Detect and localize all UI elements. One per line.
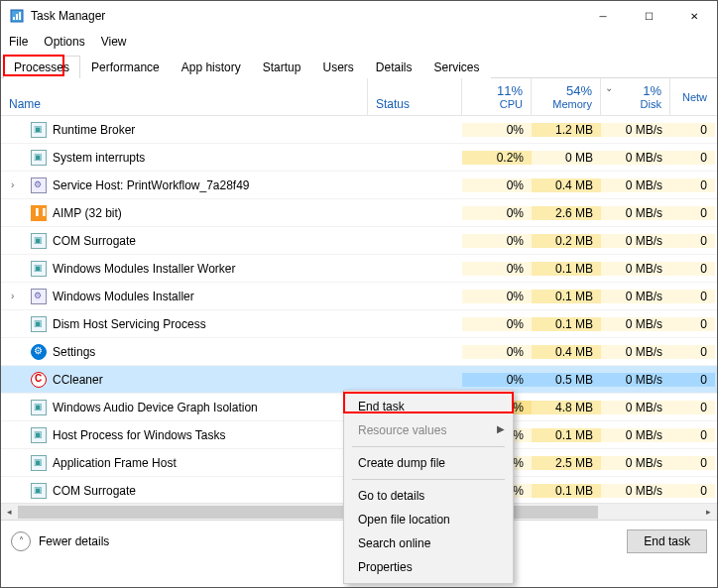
scroll-left-icon[interactable]: ◂ (1, 504, 18, 521)
process-icon (31, 427, 47, 443)
col-memory[interactable]: 54%Memory (532, 78, 601, 115)
process-icon (31, 372, 47, 388)
column-headers: Name Status 11%CPU 54%Memory ⌄1%Disk Net… (1, 78, 717, 116)
cell-cpu: 0% (462, 317, 532, 331)
cell-disk: 0 MB/s (601, 234, 670, 248)
cell-network: 0 (670, 262, 715, 276)
cell-cpu: 0% (462, 178, 532, 192)
tab-performance[interactable]: Performance (80, 56, 171, 78)
process-name: Dism Host Servicing Process (53, 317, 206, 331)
cell-disk: 0 MB/s (601, 290, 670, 303)
ctx-go-details[interactable]: Go to details (344, 484, 513, 508)
col-cpu[interactable]: 11%CPU (462, 78, 532, 115)
cell-network: 0 (670, 456, 715, 470)
table-row[interactable]: System interrupts0.2%0 MB0 MB/s0 (1, 144, 717, 172)
process-icon (31, 122, 47, 138)
process-name: Windows Audio Device Graph Isolation (53, 401, 258, 414)
cell-cpu: 0% (462, 373, 532, 387)
table-row[interactable]: COM Surrogate0%0.2 MB0 MB/s0 (1, 227, 717, 255)
table-row[interactable]: Dism Host Servicing Process0%0.1 MB0 MB/… (1, 310, 717, 338)
cell-network: 0 (670, 317, 715, 331)
svg-rect-1 (13, 17, 15, 20)
process-icon (31, 483, 47, 499)
tab-app-history[interactable]: App history (171, 56, 252, 78)
cell-network: 0 (670, 345, 715, 359)
minimize-button[interactable]: ─ (580, 1, 626, 31)
table-row[interactable]: AIMP (32 bit)0%2.6 MB0 MB/s0 (1, 199, 717, 227)
menu-view[interactable]: View (101, 35, 127, 49)
process-icon (31, 150, 47, 166)
chevron-down-icon: ⌄ (605, 82, 613, 93)
cell-memory: 0.1 MB (532, 428, 601, 442)
cell-name: AIMP (32 bit) (1, 205, 368, 221)
ctx-resource-values[interactable]: Resource values▶ (344, 418, 513, 442)
tab-processes[interactable]: Processes (3, 56, 80, 78)
table-row[interactable]: Runtime Broker0%1.2 MB0 MB/s0 (1, 116, 717, 144)
process-icon (31, 344, 47, 360)
menu-options[interactable]: Options (44, 35, 84, 49)
cell-name: Application Frame Host (1, 455, 368, 471)
ctx-open-location[interactable]: Open file location (344, 508, 513, 531)
tab-details[interactable]: Details (365, 56, 423, 78)
end-task-button[interactable]: End task (627, 529, 707, 553)
cell-disk: 0 MB/s (601, 317, 670, 331)
maximize-button[interactable]: ☐ (626, 1, 671, 31)
expand-icon[interactable]: › (11, 179, 23, 190)
cell-name: COM Surrogate (1, 483, 368, 499)
cell-network: 0 (670, 234, 715, 248)
process-name: COM Surrogate (53, 234, 136, 248)
chevron-up-icon: ˄ (11, 531, 31, 551)
col-name[interactable]: Name (1, 78, 368, 115)
app-icon (9, 8, 25, 24)
table-row[interactable]: ›Service Host: PrintWorkflow_7a28f490%0.… (1, 172, 717, 199)
tab-services[interactable]: Services (423, 56, 491, 78)
process-name: CCleaner (53, 373, 103, 387)
process-name: Service Host: PrintWorkflow_7a28f49 (53, 178, 250, 192)
col-disk[interactable]: ⌄1%Disk (601, 78, 670, 115)
cell-name: ›Service Host: PrintWorkflow_7a28f49 (1, 177, 368, 193)
cell-disk: 0 MB/s (601, 151, 670, 165)
menu-file[interactable]: File (9, 35, 28, 49)
cell-memory: 0 MB (532, 151, 601, 165)
ctx-end-task[interactable]: End task (344, 395, 513, 418)
col-status[interactable]: Status (368, 78, 462, 115)
process-icon (31, 205, 47, 221)
table-row[interactable]: Settings0%0.4 MB0 MB/s0 (1, 338, 717, 366)
window-title: Task Manager (31, 9, 580, 23)
cell-disk: 0 MB/s (601, 484, 670, 498)
table-row[interactable]: ›Windows Modules Installer0%0.1 MB0 MB/s… (1, 283, 717, 310)
cell-memory: 4.8 MB (532, 401, 601, 414)
process-icon (31, 400, 47, 415)
cell-name: Runtime Broker (1, 122, 368, 138)
cell-disk: 0 MB/s (601, 373, 670, 387)
process-name: System interrupts (53, 151, 145, 165)
cell-memory: 0.1 MB (532, 262, 601, 276)
table-row[interactable]: Windows Modules Installer Worker0%0.1 MB… (1, 255, 717, 283)
cell-memory: 0.4 MB (532, 345, 601, 359)
chevron-right-icon: ▶ (497, 423, 505, 434)
cell-disk: 0 MB/s (601, 428, 670, 442)
cell-name: ›Windows Modules Installer (1, 289, 368, 304)
cell-network: 0 (670, 428, 715, 442)
cell-network: 0 (670, 290, 715, 303)
ctx-search-online[interactable]: Search online (344, 531, 513, 555)
col-network[interactable]: Netw (670, 78, 715, 115)
cell-disk: 0 MB/s (601, 401, 670, 414)
ctx-create-dump[interactable]: Create dump file (344, 451, 513, 475)
ctx-properties[interactable]: Properties (344, 555, 513, 579)
cell-network: 0 (670, 373, 715, 387)
svg-rect-3 (19, 12, 21, 20)
process-name: COM Surrogate (53, 484, 136, 498)
close-button[interactable]: ✕ (671, 1, 717, 31)
expand-icon[interactable]: › (11, 291, 23, 301)
cell-network: 0 (670, 178, 715, 192)
tab-startup[interactable]: Startup (252, 56, 312, 78)
scroll-right-icon[interactable]: ▸ (700, 504, 717, 521)
cell-memory: 0.1 MB (532, 484, 601, 498)
fewer-details-button[interactable]: ˄ Fewer details (11, 531, 109, 551)
cell-name: Windows Modules Installer Worker (1, 261, 368, 277)
process-icon (31, 316, 47, 332)
process-name: Windows Modules Installer (53, 290, 194, 303)
cell-memory: 0.5 MB (532, 373, 601, 387)
tab-users[interactable]: Users (311, 56, 364, 78)
